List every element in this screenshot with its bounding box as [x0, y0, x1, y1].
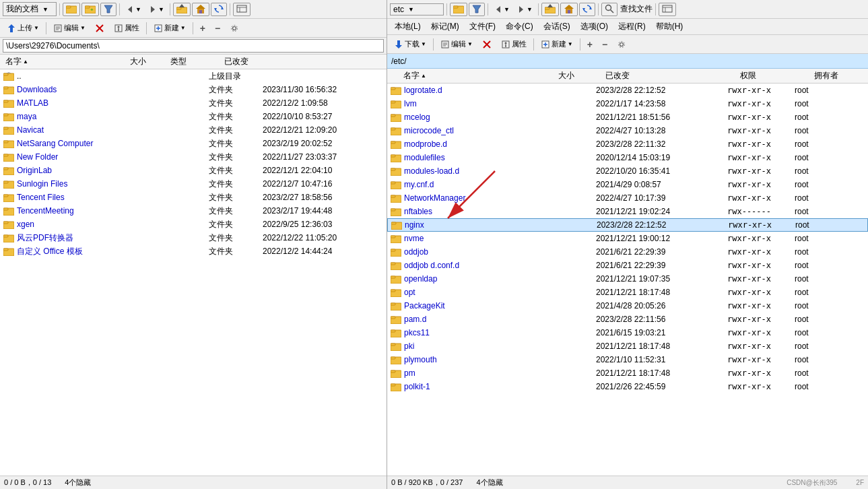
right-file-row[interactable]: oddjob d.conf.d2021/6/21 22:29:39rwxr-xr…	[387, 259, 868, 272]
file-name: nvme	[404, 234, 549, 243]
right-header-size[interactable]: 大小	[556, 69, 603, 83]
menu-mark[interactable]: 标记(M)	[426, 20, 464, 34]
left-file-row[interactable]: TencentMeeting文件夹2023/2/17 19:44:48	[0, 204, 387, 218]
left-drive-selector[interactable]: 我的文档 ▼	[3, 2, 57, 16]
right-back-btn[interactable]: ▼	[491, 3, 512, 15]
right-header-perms[interactable]: 权限	[737, 69, 811, 83]
right-file-row[interactable]: NetworkManager2022/4/27 10:17:39rwxr-xr-…	[387, 191, 868, 205]
left-back-btn[interactable]: ▼	[123, 3, 144, 15]
right-file-row[interactable]: polkit-12021/2/26 22:45:59rwxr-xr-xroot	[387, 380, 868, 393]
left-edit-btn[interactable]: 编辑 ▼	[49, 21, 90, 35]
left-folder-btn1[interactable]	[63, 3, 80, 16]
right-file-row[interactable]: microcode_ctl2022/4/27 10:13:28rwxr-xr-x…	[387, 124, 868, 137]
left-hidden-text: 4个隐藏	[65, 478, 91, 488]
right-find-icon-btn[interactable]	[601, 3, 617, 16]
right-extra-btn[interactable]	[659, 3, 676, 16]
left-file-row[interactable]: Tencent Files文件夹2023/2/27 18:58:56	[0, 191, 387, 204]
folder-icon	[391, 220, 403, 230]
left-refresh-btn[interactable]	[211, 3, 227, 16]
left-file-list: ..上级目录 Downloads文件夹2023/11/30 16:56:32 M…	[0, 69, 387, 476]
right-filter-btn[interactable]	[469, 3, 485, 16]
right-file-row[interactable]: nftables2021/12/21 19:02:24rwx------root	[387, 205, 868, 218]
left-parent-btn[interactable]	[173, 3, 191, 16]
right-file-row[interactable]: my.cnf.d2021/4/29 0:08:57rwxr-xr-xroot	[387, 178, 868, 191]
file-name: pkcs11	[404, 328, 549, 337]
left-file-row[interactable]: 风云PDF转换器文件夹2022/12/22 11:05:20	[0, 231, 387, 244]
left-root-btn[interactable]	[192, 3, 209, 16]
left-file-row[interactable]: New Folder文件夹2022/11/27 23:03:37	[0, 150, 387, 164]
right-header-name[interactable]: 名字 ▲	[401, 69, 556, 83]
left-file-row[interactable]: Navicat文件夹2022/12/21 12:09:20	[0, 123, 387, 137]
right-folder-btn1[interactable]	[450, 3, 467, 16]
right-file-row[interactable]: oddjob2021/6/21 22:29:39rwxr-xr-xroot	[387, 245, 868, 259]
right-file-row[interactable]: PackageKit2021/4/28 20:05:26rwxr-xr-xroo…	[387, 299, 868, 313]
right-file-row[interactable]: pkcs112021/6/15 19:03:21rwxr-xr-xroot	[387, 326, 868, 339]
left-address-input[interactable]	[3, 39, 384, 53]
left-header-size[interactable]: 大小	[127, 55, 168, 69]
right-file-row[interactable]: plymouth2022/1/10 11:52:31rwxr-xr-xroot	[387, 353, 868, 366]
right-drive-selector[interactable]: etc ▼	[390, 3, 444, 15]
left-file-row[interactable]: Sunlogin Files文件夹2022/12/7 10:47:16	[0, 177, 387, 191]
left-plus-btn[interactable]: +	[196, 21, 209, 36]
right-file-row[interactable]: openldap2021/12/21 19:07:35rwxr-xr-xroot	[387, 272, 868, 286]
right-refresh-btn[interactable]	[579, 3, 595, 16]
left-file-row[interactable]: OriginLab文件夹2022/12/1 22:04:10	[0, 164, 387, 177]
right-file-row[interactable]: modprobe.d2023/2/28 22:11:32rwxr-xr-xroo…	[387, 137, 868, 151]
menu-options[interactable]: 选项(O)	[576, 20, 613, 34]
right-properties-btn[interactable]: 属性	[497, 37, 531, 51]
menu-command[interactable]: 命令(C)	[501, 20, 538, 34]
right-forward-btn[interactable]: ▼	[514, 3, 535, 15]
left-file-row[interactable]: 自定义 Office 模板文件夹2022/12/2 14:44:24	[0, 244, 387, 258]
right-header-date[interactable]: 已改变	[603, 69, 737, 83]
left-file-row[interactable]: NetSarang Computer文件夹2023/2/19 20:02:52	[0, 137, 387, 150]
left-header-type[interactable]: 类型	[168, 55, 222, 69]
left-header-date[interactable]: 已改变	[222, 55, 343, 69]
right-file-row[interactable]: nvme2021/12/21 19:00:12rwxr-xr-xroot	[387, 232, 868, 245]
file-date: 2023/2/17 19:44:48	[263, 206, 384, 216]
main-container: 我的文档 ▼ + ▼	[0, 0, 868, 489]
menu-remote[interactable]: 远程(R)	[613, 20, 650, 34]
right-gear-btn[interactable]	[613, 38, 630, 51]
svg-rect-73	[568, 10, 570, 13]
right-file-row[interactable]: pam.d2023/2/28 22:11:56rwxr-xr-xroot	[387, 313, 868, 326]
left-delete-btn[interactable]	[91, 22, 108, 35]
left-file-row[interactable]: ..上级目录	[0, 69, 387, 83]
right-root-btn[interactable]	[560, 3, 578, 16]
right-delete-btn[interactable]	[478, 38, 496, 51]
right-file-row[interactable]: lvm2022/1/17 14:23:58rwxr-xr-xroot	[387, 97, 868, 110]
left-folder-btn2[interactable]: +	[81, 3, 99, 16]
left-minus-btn[interactable]: −	[211, 21, 224, 36]
menu-local[interactable]: 本地(L)	[390, 20, 426, 34]
right-plus-btn[interactable]: +	[583, 37, 597, 52]
left-filter-btn[interactable]	[100, 3, 116, 16]
left-file-row[interactable]: maya文件夹2022/10/10 8:53:27	[0, 110, 387, 123]
left-forward-btn[interactable]: ▼	[145, 3, 167, 15]
right-file-row[interactable]: opt2021/12/21 18:17:48rwxr-xr-xroot	[387, 286, 868, 299]
left-upload-btn[interactable]: 上传 ▼	[3, 21, 43, 35]
right-parent-btn[interactable]	[541, 3, 559, 16]
left-file-row[interactable]: MATLAB文件夹2022/12/2 1:09:58	[0, 96, 387, 110]
right-header-owner[interactable]: 拥有者	[811, 69, 865, 83]
right-file-row[interactable]: pm2021/12/21 18:17:48rwxr-xr-xroot	[387, 366, 868, 380]
svg-marker-10	[179, 4, 185, 7]
left-gear-btn[interactable]	[226, 22, 243, 35]
right-edit-btn[interactable]: 编辑 ▼	[436, 37, 477, 51]
left-extra-btn[interactable]	[233, 3, 251, 16]
left-new-btn[interactable]: 新建 ▼	[149, 21, 190, 35]
menu-file[interactable]: 文件(F)	[465, 20, 500, 34]
right-download-btn[interactable]: 下载 ▼	[390, 37, 430, 51]
right-minus-btn[interactable]: −	[598, 37, 611, 52]
right-file-row[interactable]: logrotate.d2023/2/28 22:12:52rwxr-xr-xro…	[387, 84, 868, 97]
left-file-row[interactable]: Downloads文件夹2023/11/30 16:56:32	[0, 83, 387, 96]
right-file-row[interactable]: nginx2023/2/28 22:12:52rwxr-xr-xroot	[387, 218, 868, 232]
right-new-btn[interactable]: 新建 ▼	[537, 37, 577, 51]
left-header-name[interactable]: 名字 ▲	[3, 55, 127, 69]
menu-session[interactable]: 会话(S)	[539, 20, 575, 34]
left-file-row[interactable]: xgen文件夹2022/9/25 12:36:03	[0, 218, 387, 231]
right-file-row[interactable]: pki2021/12/21 18:17:48rwxr-xr-xroot	[387, 339, 868, 353]
left-properties-btn[interactable]: 属性	[110, 21, 143, 35]
menu-help[interactable]: 帮助(H)	[651, 20, 688, 34]
right-file-row[interactable]: mcelog2021/12/21 18:51:56rwxr-xr-xroot	[387, 110, 868, 124]
right-file-row[interactable]: modulefiles2020/12/14 15:03:19rwxr-xr-xr…	[387, 151, 868, 164]
right-file-row[interactable]: modules-load.d2022/10/20 16:35:41rwxr-xr…	[387, 164, 868, 178]
